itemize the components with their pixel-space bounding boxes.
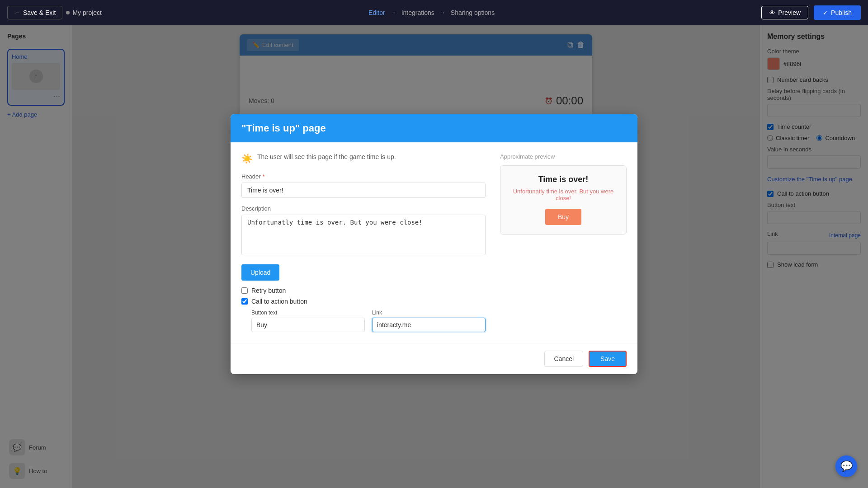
upload-button[interactable]: Upload bbox=[241, 264, 279, 281]
modal-title: "Time is up" page bbox=[241, 122, 627, 134]
description-group: Description Unfortunatly time is over. B… bbox=[241, 205, 486, 257]
modal-cta-checkbox[interactable] bbox=[241, 298, 248, 305]
preview-label: Approximate preview bbox=[500, 153, 627, 160]
arrow-icon-1: → bbox=[391, 9, 396, 16]
info-text: The user will see this page if the game … bbox=[257, 153, 396, 160]
button-text-group: Button text bbox=[251, 310, 365, 332]
retry-label: Retry button bbox=[251, 287, 286, 294]
retry-checkbox[interactable] bbox=[241, 287, 248, 294]
publish-button[interactable]: ✓ Publish bbox=[814, 5, 861, 20]
preview-title: Time is over! bbox=[509, 175, 617, 184]
arrow-icon-2: → bbox=[440, 9, 445, 16]
preview-button[interactable]: 👁 Preview bbox=[761, 6, 808, 19]
nav-center: Editor → Integrations → Sharing options bbox=[109, 9, 754, 16]
link-group: Link bbox=[372, 310, 486, 332]
description-textarea[interactable]: Unfortunatly time is over. But you were … bbox=[241, 215, 486, 255]
nav-step-sharing[interactable]: Sharing options bbox=[451, 9, 495, 16]
nav-right: 👁 Preview ✓ Publish bbox=[761, 5, 861, 20]
link-sub-input[interactable] bbox=[372, 318, 486, 332]
nav-step-editor[interactable]: Editor bbox=[368, 9, 385, 16]
back-arrow-icon: ← bbox=[14, 9, 20, 16]
cta-checkbox-item: Call to action button bbox=[241, 298, 486, 305]
modal-right: Approximate preview Time is over! Unfort… bbox=[500, 153, 627, 332]
description-label: Description bbox=[241, 205, 486, 212]
link-sub-label: Link bbox=[372, 310, 486, 316]
info-row: ☀️ The user will see this page if the ga… bbox=[241, 153, 486, 164]
retry-checkbox-item: Retry button bbox=[241, 287, 486, 294]
modal-footer: Cancel Save bbox=[231, 343, 637, 374]
modal-left: ☀️ The user will see this page if the ga… bbox=[241, 153, 486, 332]
save-exit-button[interactable]: ← Save & Exit bbox=[7, 6, 62, 19]
modal-header: "Time is up" page bbox=[231, 114, 637, 142]
project-name: My project bbox=[66, 9, 102, 16]
info-icon: ☀️ bbox=[241, 153, 253, 164]
button-text-sub-label: Button text bbox=[251, 310, 365, 316]
preview-cta-button[interactable]: Buy bbox=[545, 209, 581, 225]
required-mark: * bbox=[263, 173, 265, 180]
modal-body: ☀️ The user will see this page if the ga… bbox=[231, 142, 637, 343]
preview-card: Time is over! Unfortunatly time is over.… bbox=[500, 165, 627, 235]
modal-overlay: "Time is up" page ☀️ The user will see t… bbox=[0, 0, 868, 488]
header-input[interactable] bbox=[241, 183, 486, 198]
modal-cta-label: Call to action button bbox=[251, 298, 307, 305]
check-icon: ✓ bbox=[823, 9, 828, 16]
top-navigation: ← Save & Exit My project Editor → Integr… bbox=[0, 0, 868, 25]
time-is-up-modal: "Time is up" page ☀️ The user will see t… bbox=[231, 114, 637, 374]
project-dot bbox=[66, 11, 70, 14]
cancel-button[interactable]: Cancel bbox=[544, 351, 583, 367]
button-text-sub-input[interactable] bbox=[251, 318, 365, 332]
save-button[interactable]: Save bbox=[589, 351, 627, 367]
preview-desc: Unfortunatly time is over. But you were … bbox=[509, 188, 617, 202]
eye-icon: 👁 bbox=[769, 9, 775, 16]
nav-step-integrations[interactable]: Integrations bbox=[401, 9, 434, 16]
chat-icon: 💬 bbox=[840, 460, 853, 472]
chat-bubble[interactable]: 💬 bbox=[835, 455, 857, 477]
header-group: Header * bbox=[241, 173, 486, 198]
header-label: Header * bbox=[241, 173, 486, 180]
sub-form: Button text Link bbox=[251, 310, 486, 332]
nav-left: ← Save & Exit My project bbox=[7, 6, 102, 19]
